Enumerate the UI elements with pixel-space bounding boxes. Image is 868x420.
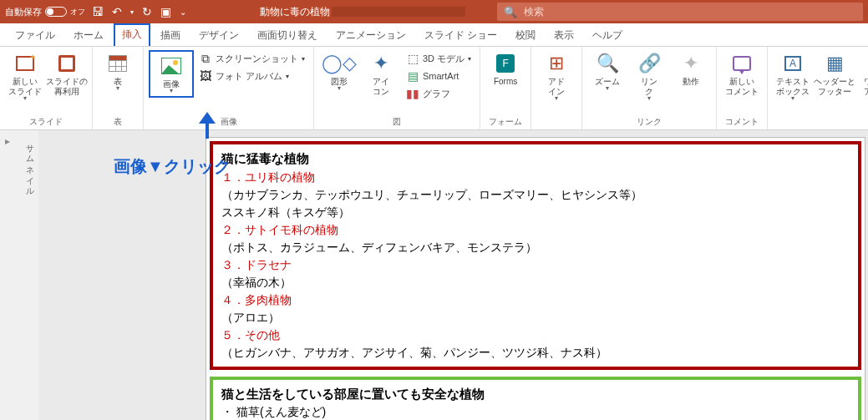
tab-home[interactable]: ホーム <box>65 24 112 46</box>
shapes-button[interactable]: ◯◇ 図形 ▾ <box>319 50 359 93</box>
chevron-down-icon: ▾ <box>555 97 558 101</box>
chevron-down-icon: ▾ <box>116 87 119 91</box>
chevron-down-icon: ▾ <box>791 97 794 101</box>
list-detail: ススキノ科（キスゲ等） <box>221 204 850 221</box>
slide-canvas-area[interactable]: 画像▼クリック 猫に猛毒な植物 １．ユリ科の植物 （カサブランカ、テッポウユリ、… <box>38 130 868 420</box>
wordart-button[interactable]: A ワード アート ▾ <box>856 50 868 103</box>
annotation-arrow-line <box>206 115 209 139</box>
icons-button[interactable]: ✦ アイ コン <box>361 50 401 99</box>
tab-design[interactable]: デザイン <box>190 24 247 46</box>
autosave-toggle[interactable]: 自動保存 オフ <box>5 6 85 18</box>
table-icon <box>109 55 127 72</box>
wordart-icon: A <box>863 52 868 75</box>
redo-icon[interactable]: ↻ <box>142 5 152 18</box>
group-label: コメント <box>722 114 762 128</box>
cube-icon: ⬚ <box>406 52 419 65</box>
list-detail: （アロエ） <box>221 309 850 326</box>
shapes-icon: ◯◇ <box>327 52 351 75</box>
group-forms: F Forms フォーム <box>480 47 531 129</box>
qat-more-icon[interactable]: ⌄ <box>180 8 186 17</box>
zoom-icon: 🔍 <box>596 52 619 75</box>
textbox-toxic-plants[interactable]: 猫に猛毒な植物 １．ユリ科の植物 （カサブランカ、テッポウユリ、チューリップ、ロ… <box>210 141 861 370</box>
group-images: 画像 ▾ ⧉スクリーンショット ▾ 🖼フォト アルバム ▾ 画像 <box>144 47 314 129</box>
group-text: A テキスト ボックス ▾ ▦ ヘッダーと フッター A ワード アート ▾ 📅… <box>768 47 868 129</box>
chevron-down-icon: ▾ <box>606 87 609 91</box>
chart-icon: ▮▮ <box>406 87 419 100</box>
list-item: ２．サトイモ科の植物 <box>221 221 850 239</box>
heading: 猫に猛毒な植物 <box>221 149 850 169</box>
screenshot-icon: ⧉ <box>199 52 212 65</box>
photo-album-button[interactable]: 🖼フォト アルバム ▾ <box>195 68 308 84</box>
group-slides: 新しい スライド ▾ スライドの 再利用 スライド <box>0 47 93 129</box>
undo-icon[interactable]: ↶ <box>112 5 122 18</box>
group-tables: 表 ▾ 表 <box>93 47 144 129</box>
pane-collapse-button[interactable]: ▸ <box>0 130 15 420</box>
slide[interactable]: 猫に猛毒な植物 １．ユリ科の植物 （カサブランカ、テッポウユリ、チューリップ、ロ… <box>206 137 865 420</box>
list-detail: （ポトス、カラジューム、ディフェンバキア、モンステラ） <box>221 239 850 256</box>
tab-help[interactable]: ヘルプ <box>584 24 631 46</box>
chart-button[interactable]: ▮▮グラフ <box>403 85 475 102</box>
tab-slideshow[interactable]: スライド ショー <box>416 24 505 46</box>
list-detail: （ヒガンバナ、アサガオ、アジサイ、菊、パンジー、ツツジ科、ナス科） <box>221 344 850 362</box>
chevron-down-icon: ▾ <box>170 89 173 94</box>
search-input[interactable] <box>524 6 856 18</box>
link-icon: 🔗 <box>637 52 661 75</box>
forms-button[interactable]: F Forms <box>485 50 525 89</box>
bullet-item: ・ 猫草(えん麦など) <box>221 403 850 420</box>
autosave-label: 自動保存 <box>5 6 42 18</box>
chevron-down-icon: ▾ <box>468 55 471 63</box>
reuse-slides-button[interactable]: スライドの 再利用 <box>47 50 87 99</box>
header-footer-button[interactable]: ▦ ヘッダーと フッター <box>815 50 855 99</box>
from-beginning-icon[interactable]: ▣ <box>160 5 171 18</box>
title-bar: 自動保存 オフ 🖫 ↶ ▾ ↻ ▣ ⌄ 動物に毒の植物 🔍 <box>0 0 868 23</box>
list-item: １．ユリ科の植物 <box>221 169 850 186</box>
chevron-down-icon: ▾ <box>302 55 305 63</box>
screenshot-button[interactable]: ⧉スクリーンショット ▾ <box>195 50 308 67</box>
save-icon[interactable]: 🖫 <box>92 5 104 18</box>
tab-file[interactable]: ファイル <box>7 24 63 46</box>
group-label: スライド <box>5 114 87 128</box>
thumbnail-pane-label: サムネイル <box>15 130 38 420</box>
list-detail: （幸福の木） <box>221 274 850 291</box>
tab-transitions[interactable]: 画面切り替え <box>249 24 326 46</box>
search-box[interactable]: 🔍 <box>497 3 863 21</box>
undo-caret-icon[interactable]: ▾ <box>130 8 134 16</box>
pictures-button[interactable]: 画像 ▾ <box>151 53 191 95</box>
addins-button[interactable]: ⊞ アド イン ▾ <box>536 50 576 103</box>
new-comment-button[interactable]: 新しい コメント <box>722 50 762 99</box>
tab-view[interactable]: 表示 <box>546 24 582 46</box>
addin-icon: ⊞ <box>545 52 568 75</box>
tab-insert[interactable]: 挿入 <box>114 23 150 46</box>
list-detail: （カサブランカ、テッポウユリ、チューリップ、ローズマリー、ヒヤシンス等） <box>221 186 850 204</box>
group-label: 表 <box>98 114 138 128</box>
smartart-button[interactable]: ▤SmartArt <box>403 68 475 84</box>
workspace: ▸ サムネイル 画像▼クリック 猫に猛毒な植物 １．ユリ科の植物 （カサブランカ… <box>0 130 868 420</box>
link-button[interactable]: 🔗 リン ク ▾ <box>629 50 669 103</box>
reuse-slides-icon <box>58 55 75 72</box>
new-slide-button[interactable]: 新しい スライド ▾ <box>5 50 45 103</box>
new-slide-icon <box>16 56 34 71</box>
autosave-state: オフ <box>70 7 85 18</box>
annotation-text: 画像▼クリック <box>114 155 231 178</box>
group-addins: ⊞ アド イン ▾ <box>531 47 582 129</box>
list-item: ３．ドラセナ <box>221 256 850 274</box>
redacted-area <box>332 7 465 17</box>
picture-icon <box>161 58 181 74</box>
album-icon: 🖼 <box>199 69 212 83</box>
zoom-button[interactable]: 🔍 ズーム ▾ <box>587 50 627 93</box>
group-illustrations: ◯◇ 図形 ▾ ✦ アイ コン ⬚3D モデル ▾ ▤SmartArt ▮▮グラ… <box>314 47 480 129</box>
action-button[interactable]: ✦ 動作 <box>671 50 711 89</box>
tab-draw[interactable]: 描画 <box>152 24 189 46</box>
3d-models-button[interactable]: ⬚3D モデル ▾ <box>403 50 475 67</box>
table-button[interactable]: 表 ▾ <box>98 50 138 93</box>
textbox-button[interactable]: A テキスト ボックス ▾ <box>773 50 813 103</box>
tab-review[interactable]: 校閲 <box>507 24 544 46</box>
group-label: 図 <box>319 114 475 128</box>
list-item: ４．多肉植物 <box>221 291 850 309</box>
chevron-down-icon: ▾ <box>647 97 651 101</box>
group-label: フォーム <box>485 114 525 128</box>
document-title: 動物に毒の植物 <box>260 5 465 19</box>
tab-animations[interactable]: アニメーション <box>327 24 414 46</box>
textbox-safe-plants[interactable]: 猫と生活をしている部屋に置いても安全な植物 ・ 猫草(えん麦など) <box>210 377 861 421</box>
group-label: リンク <box>587 114 711 128</box>
